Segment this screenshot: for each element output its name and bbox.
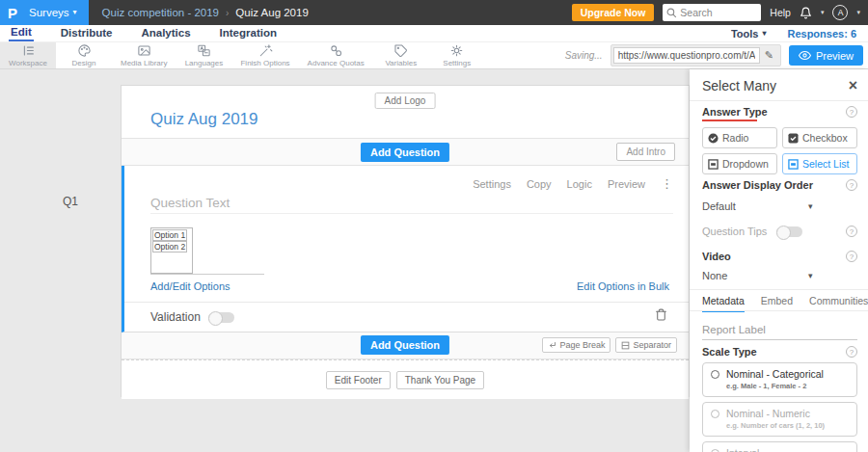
toolbar-item-finish-options[interactable]: Finish Options — [231, 42, 298, 68]
divider — [690, 100, 868, 101]
toolbar-item-advance-quotas[interactable]: Advance Quotas — [299, 42, 373, 68]
question-settings-panel: Select Many × Answer Type ? Radio Checkb… — [690, 69, 868, 452]
toolbar-item-label: Advance Quotas — [308, 59, 365, 67]
surveys-label: Surveys — [29, 7, 69, 18]
add-logo-button[interactable]: Add Logo — [375, 93, 436, 109]
preview-button[interactable]: Preview — [789, 45, 863, 66]
kebab-menu-icon[interactable]: ⋮ — [661, 177, 673, 190]
chevron-down-icon[interactable]: ▾ — [856, 9, 860, 16]
toolbar-item-media-library[interactable]: Media Library — [112, 42, 176, 68]
toolbar-right: Saving... ✎ Preview — [565, 42, 868, 68]
question-copy-link[interactable]: Copy — [527, 178, 552, 190]
chevron-down-icon[interactable]: ▾ — [821, 9, 825, 16]
scale-type-interval[interactable]: Interval — [702, 441, 857, 452]
add-question-button-top[interactable]: Add Question — [361, 143, 449, 162]
breadcrumb: Quiz competition - 2019 › Quiz Aug 2019 — [102, 7, 309, 18]
saving-status: Saving... — [565, 50, 603, 61]
tab-edit[interactable]: Edit — [9, 25, 34, 41]
question-tips-toggle[interactable] — [776, 226, 802, 237]
question-preview-link[interactable]: Preview — [608, 178, 645, 190]
nav-right: Tools ▾ Responses: 6 — [731, 28, 868, 40]
video-row: Video ? — [702, 251, 857, 262]
tools-menu-button[interactable]: Tools ▾ — [731, 28, 767, 40]
help-icon[interactable]: ? — [846, 346, 857, 358]
breadcrumb-parent[interactable]: Quiz competition - 2019 — [102, 7, 219, 18]
gear-icon — [449, 43, 464, 58]
edit-footer-button[interactable]: Edit Footer — [326, 371, 391, 389]
panel-header: Select Many × — [702, 78, 857, 93]
workspace-icon — [21, 43, 36, 58]
links-icon — [329, 43, 343, 58]
tag-icon — [393, 43, 408, 58]
avatar[interactable]: A — [832, 5, 848, 20]
tab-distribute[interactable]: Distribute — [59, 26, 115, 40]
question-settings-link[interactable]: Settings — [473, 178, 511, 190]
main-nav: Edit Distribute Analytics Integration To… — [0, 25, 868, 42]
questionpro-logo[interactable]: P — [0, 0, 25, 25]
answer-type-checkbox-button[interactable]: Checkbox — [782, 127, 857, 148]
validation-row: Validation — [150, 310, 234, 324]
delete-question-trash-icon[interactable] — [655, 307, 667, 322]
toolbar-item-languages[interactable]: Languages — [176, 42, 231, 68]
help-icon[interactable]: ? — [846, 179, 857, 191]
toolbar-item-variables[interactable]: Variables — [373, 42, 429, 68]
add-question-button-bottom[interactable]: Add Question — [361, 335, 449, 355]
scale-type-nominal-categorical[interactable]: Nominal - Categorical e.g. Male - 1, Fem… — [702, 362, 857, 397]
question-logic-link[interactable]: Logic — [567, 178, 592, 190]
question-tips-row: Question Tips ? — [702, 226, 857, 237]
close-icon[interactable]: × — [849, 78, 857, 93]
toolbar-item-settings[interactable]: Settings — [429, 42, 485, 68]
help-icon[interactable]: ? — [846, 226, 857, 237]
add-question-strip-bottom: Add Question Page Break Separator — [122, 332, 689, 359]
help-icon[interactable]: ? — [846, 251, 857, 262]
answer-type-radio-button[interactable]: Radio — [702, 127, 777, 148]
preview-label: Preview — [816, 50, 854, 62]
radio-icon — [711, 449, 719, 452]
question-footer-divider — [124, 302, 689, 303]
question-tips-label: Question Tips — [702, 226, 767, 237]
tab-analytics[interactable]: Analytics — [139, 26, 192, 40]
scale-option-title: Nominal - Categorical — [726, 368, 824, 380]
question-text-underline — [150, 213, 673, 214]
notifications-bell-icon[interactable] — [800, 7, 812, 19]
selected-value: None — [702, 270, 727, 281]
toolbar-item-design[interactable]: Design — [56, 42, 112, 68]
responses-count-link[interactable]: Responses: 6 — [787, 28, 856, 40]
validation-toggle[interactable] — [208, 312, 234, 323]
separator-button[interactable]: Separator — [615, 337, 677, 353]
upgrade-now-button[interactable]: Upgrade Now — [572, 4, 655, 21]
question-text-placeholder[interactable]: Question Text — [150, 196, 230, 210]
help-icon[interactable]: ? — [846, 106, 857, 118]
topbar: P Surveys ▾ Quiz competition - 2019 › Qu… — [0, 0, 868, 25]
edit-url-pencil-icon[interactable]: ✎ — [760, 49, 778, 62]
edit-options-in-bulk-link[interactable]: Edit Options in Bulk — [577, 280, 669, 292]
page-break-button[interactable]: Page Break — [542, 337, 610, 353]
survey-title[interactable]: Quiz Aug 2019 — [150, 110, 258, 129]
report-label-input[interactable] — [702, 322, 857, 340]
help-link[interactable]: Help — [770, 7, 791, 18]
toolbar-item-label: Variables — [385, 59, 417, 67]
answer-display-order-select[interactable]: Default ▾ — [702, 200, 857, 212]
separator-label: Separator — [633, 340, 671, 350]
question-block[interactable]: Settings Copy Logic Preview ⋮ Question T… — [122, 166, 689, 332]
surveys-menu-button[interactable]: Surveys ▾ — [25, 7, 81, 18]
thank-you-page-button[interactable]: Thank You Page — [396, 371, 484, 389]
tab-integration[interactable]: Integration — [218, 26, 279, 40]
breadcrumb-current: Quiz Aug 2019 — [235, 7, 308, 18]
answer-type-dropdown-button[interactable]: Dropdown — [702, 153, 777, 174]
select-list-preview[interactable]: Option 1 Option 2 — [150, 227, 193, 274]
answer-type-option-label: Dropdown — [722, 158, 769, 170]
wand-icon — [258, 43, 273, 58]
add-intro-button[interactable]: Add Intro — [616, 143, 675, 161]
search-box[interactable] — [663, 4, 761, 21]
answer-type-option-label: Radio — [722, 132, 748, 144]
video-select[interactable]: None ▾ — [702, 270, 857, 281]
toolbar-item-workspace[interactable]: Workspace — [0, 42, 56, 68]
scale-type-nominal-numeric[interactable]: Nominal - Numeric e.g. Number of cars (1… — [702, 402, 857, 437]
add-edit-options-link[interactable]: Add/Edit Options — [150, 280, 231, 292]
search-input[interactable] — [680, 7, 757, 18]
answer-type-select-list-button[interactable]: Select List — [782, 153, 857, 174]
scale-type-row: Scale Type ? — [702, 346, 857, 358]
search-icon — [666, 8, 677, 18]
share-url-input[interactable] — [613, 47, 760, 64]
